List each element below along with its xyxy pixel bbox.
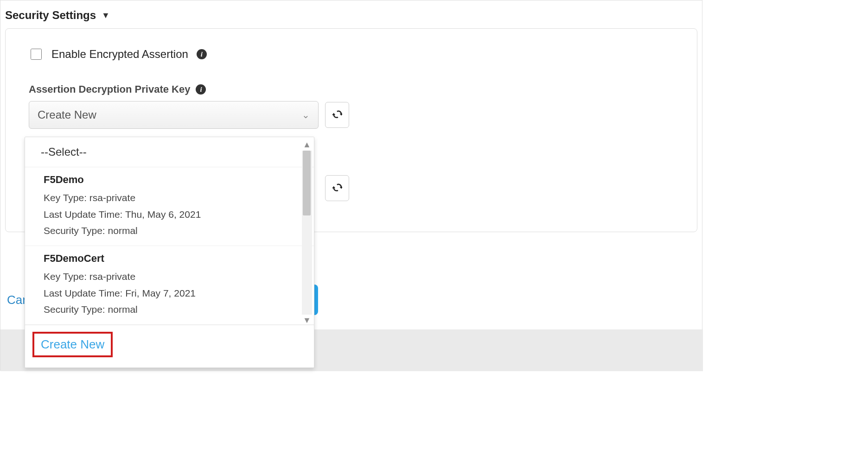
section-title: Security Settings (5, 9, 96, 22)
assertion-key-select-row: Create New ⌄ (29, 101, 674, 129)
scroll-track[interactable] (302, 151, 312, 315)
scroll-thumb[interactable] (303, 151, 311, 215)
enable-encrypted-assertion-checkbox[interactable] (31, 49, 42, 60)
scroll-up-icon[interactable]: ▲ (303, 140, 311, 150)
dropdown-list: --Select-- F5Demo Key Type: rsa-private … (25, 137, 314, 325)
last-update-label: Last Update Time: (44, 209, 122, 220)
enable-encrypted-assertion-label: Enable Encrypted Assertion (51, 48, 188, 61)
option-meta: Key Type: rsa-private Last Update Time: … (44, 268, 295, 318)
create-new-link[interactable]: Create New (32, 332, 113, 357)
security-type-value: normal (108, 225, 138, 236)
assertion-key-selected-value: Create New (38, 108, 96, 121)
chevron-down-icon: ⌄ (302, 109, 310, 120)
refresh-icon (332, 183, 342, 193)
info-icon[interactable]: i (196, 84, 206, 95)
dropdown-placeholder: --Select-- (41, 145, 87, 158)
dropdown-scrollbar[interactable]: ▲ ▼ (301, 140, 313, 325)
dropdown-option-f5demo[interactable]: F5Demo Key Type: rsa-private Last Update… (25, 167, 314, 246)
assertion-key-label-row: Assertion Decryption Private Key i (29, 83, 674, 95)
security-type-value: normal (108, 304, 138, 315)
assertion-key-dropdown: --Select-- F5Demo Key Type: rsa-private … (25, 137, 314, 368)
refresh-icon (332, 110, 342, 120)
key-type-label: Key Type: (44, 271, 87, 282)
assertion-key-label: Assertion Decryption Private Key (29, 83, 190, 95)
refresh-button[interactable] (325, 102, 349, 128)
security-type-label: Security Type: (44, 304, 105, 315)
caret-down-icon: ▼ (102, 11, 110, 20)
key-type-label: Key Type: (44, 192, 87, 203)
page-container: Security Settings ▼ Enable Encrypted Ass… (0, 0, 702, 371)
option-meta: Key Type: rsa-private Last Update Time: … (44, 190, 295, 239)
option-title: F5DemoCert (44, 253, 295, 265)
last-update-value: Thu, May 6, 2021 (125, 209, 201, 220)
dropdown-option-f5democert[interactable]: F5DemoCert Key Type: rsa-private Last Up… (25, 246, 314, 325)
section-header[interactable]: Security Settings ▼ (0, 0, 702, 25)
info-icon[interactable]: i (197, 49, 207, 59)
scroll-down-icon[interactable]: ▼ (303, 316, 311, 325)
key-type-value: rsa-private (89, 192, 135, 203)
enable-encrypted-assertion-row: Enable Encrypted Assertion i (29, 47, 674, 61)
option-title: F5Demo (44, 174, 295, 186)
dropdown-option-select[interactable]: --Select-- (25, 137, 314, 167)
assertion-key-select[interactable]: Create New ⌄ (29, 101, 319, 129)
dropdown-footer: Create New (25, 325, 314, 367)
refresh-button-2[interactable] (325, 175, 349, 201)
last-update-value: Fri, May 7, 2021 (125, 288, 196, 298)
key-type-value: rsa-private (89, 271, 135, 282)
last-update-label: Last Update Time: (44, 288, 122, 298)
security-type-label: Security Type: (44, 225, 105, 236)
